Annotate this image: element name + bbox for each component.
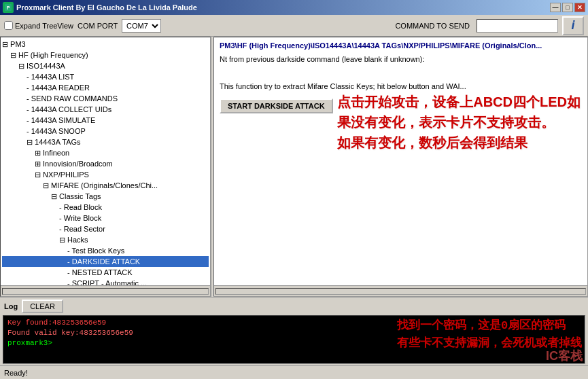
comport-select[interactable]: COM7 COM1COM2COM3 COM4COM5COM6 COM8 (122, 19, 161, 33)
svg-text:P: P (7, 5, 10, 10)
tree-item-iso14443a[interactable]: ⊟ ISO14443A (2, 60, 209, 71)
tree-item-raw[interactable]: - SEND RAW COMMANDS (2, 93, 209, 104)
info-icon: i (571, 18, 574, 33)
tree-item-list[interactable]: - 14443A LIST (2, 71, 209, 82)
title-text: Proxmark Client By El Gaucho De La Livid… (16, 3, 550, 12)
watermark: IC客栈 (546, 348, 583, 364)
log-label: Log (4, 302, 18, 310)
tree-h-scrollbar[interactable] (1, 285, 210, 296)
right-annotation: 点击开始攻击，设备上ABCD四个LED如 果没有变化，表示卡片不支持攻击。 如果… (337, 92, 581, 153)
log-annotation-line1: 找到一个密码，这是0扇区的密码 (397, 317, 582, 335)
minimize-button[interactable]: — (550, 3, 561, 12)
annotation-line1: 点击开始攻击，设备上ABCD四个LED如 (337, 92, 581, 112)
right-panel: PM3\HF (High Frequency)\ISO14443A\14443A… (213, 37, 588, 297)
info-button[interactable]: i (562, 16, 584, 35)
tree-item-classic[interactable]: ⊟ Classic Tags (2, 191, 209, 202)
right-text2 (220, 67, 582, 78)
right-h-scrollbar-track (215, 288, 586, 295)
expand-treeview-input[interactable] (4, 21, 13, 30)
annotation-line2: 果没有变化，表示卡片不支持攻击。 (337, 112, 581, 132)
tree-item-readblock[interactable]: - Read Block (2, 202, 209, 213)
tree-item-simulate[interactable]: - 14443A SIMULATE (2, 115, 209, 126)
tree-item-pm3[interactable]: ⊟ PM3 (2, 39, 209, 50)
comport-label: COM PORT (77, 22, 118, 30)
log-area: Log CLEAR Key found:483253656e59Found va… (0, 297, 588, 365)
tree-item-script[interactable]: - SCRIPT - Automatic ... (2, 278, 209, 285)
tree-item-writeblock[interactable]: - Write Block (2, 213, 209, 223)
tree-item-nxp[interactable]: ⊟ NXP/PHILIPS (2, 169, 209, 180)
app-icon: P (3, 2, 14, 13)
log-output[interactable]: Key found:483253656e59Found valid key:48… (3, 315, 585, 364)
tree-h-scrollbar-track (2, 288, 209, 295)
expand-treeview-checkbox[interactable]: Expand TreeView (4, 21, 73, 30)
tree-item-collect[interactable]: - 14443A COLLECT UIDs (2, 104, 209, 115)
tree-item-innovision[interactable]: ⊞ Innovision/Broadcom (2, 158, 209, 169)
right-content: PM3\HF (High Frequency)\ISO14443A\14443A… (214, 37, 587, 285)
right-text1: Nt from previous darkside command (leave… (220, 54, 582, 65)
content-area: ⊟ PM3⊟ HF (High Frequency)⊟ ISO14443A- 1… (0, 37, 588, 297)
clear-button[interactable]: CLEAR (22, 300, 63, 313)
start-darkside-attack-button[interactable]: START DARKSIDE ATTACK (220, 98, 333, 113)
command-label: COMMAND TO SEND (395, 22, 470, 30)
tree-item-hacks[interactable]: ⊟ Hacks (2, 234, 209, 245)
tree-item-infineon[interactable]: ⊞ Infineon (2, 147, 209, 158)
tree-item-testblock[interactable]: - Test Block Keys (2, 245, 209, 256)
status-bar: Ready! (0, 365, 588, 379)
annotation-line3: 如果有变化，数秒后会得到结果 (337, 132, 581, 153)
tree-item-nested[interactable]: - NESTED ATTACK (2, 267, 209, 278)
title-bar: P Proxmark Client By El Gaucho De La Liv… (0, 0, 588, 15)
right-text3: This function try to extract Mifare Clas… (220, 81, 582, 92)
right-path: PM3\HF (High Frequency)\ISO14443A\14443A… (220, 41, 582, 50)
command-input[interactable] (477, 19, 558, 33)
tree-item-tags[interactable]: ⊟ 14443A TAGs (2, 137, 209, 147)
main-container: Expand TreeView COM PORT COM7 COM1COM2CO… (0, 15, 588, 379)
expand-treeview-label: Expand TreeView (15, 22, 73, 30)
log-toolbar: Log CLEAR (0, 297, 588, 315)
tree-item-snoop[interactable]: - 14443A SNOOP (2, 126, 209, 137)
tree-item-darkside[interactable]: - DARKSIDE ATTACK (2, 256, 209, 267)
tree-item-mifare[interactable]: ⊟ MIFARE (Originals/Clones/Chi... (2, 180, 209, 191)
status-text: Ready! (4, 369, 28, 377)
tree-item-readsector[interactable]: - Read Sector (2, 223, 209, 234)
right-h-scrollbar[interactable] (214, 285, 587, 296)
window-controls: — □ ✕ (550, 3, 585, 12)
maximize-button[interactable]: □ (562, 3, 573, 12)
tree-item-reader[interactable]: - 14443A READER (2, 82, 209, 93)
close-button[interactable]: ✕ (574, 3, 585, 12)
toolbar: Expand TreeView COM PORT COM7 COM1COM2CO… (0, 15, 588, 37)
tree-item-hf[interactable]: ⊟ HF (High Frequency) (2, 50, 209, 60)
tree-container[interactable]: ⊟ PM3⊟ HF (High Frequency)⊟ ISO14443A- 1… (1, 37, 210, 285)
left-panel: ⊟ PM3⊟ HF (High Frequency)⊟ ISO14443A- 1… (0, 37, 211, 297)
